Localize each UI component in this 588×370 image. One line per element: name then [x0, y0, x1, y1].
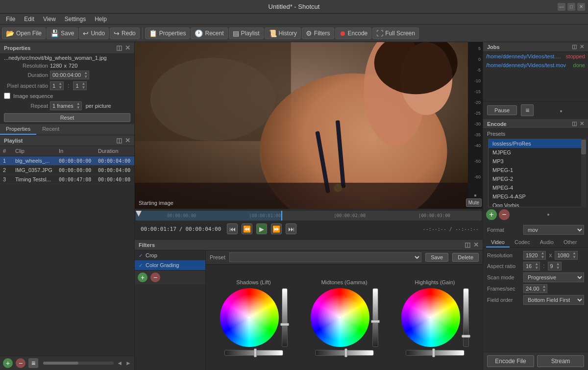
rewind-button[interactable]: ⏪: [242, 223, 252, 234]
preset-lossless-prores[interactable]: lossless/ProRes: [489, 139, 583, 148]
preset-mpeg4-asp[interactable]: MPEG-4-ASP: [489, 192, 583, 201]
tab-properties[interactable]: Properties: [0, 124, 36, 135]
timeline-ruler[interactable]: 00:00:00:00 |00:00:01:00 |00:00:02:00 |0…: [136, 211, 482, 221]
fullscreen-button[interactable]: ⛶ Full Screen: [372, 27, 419, 39]
encode-res-w[interactable]: 1920 ▲ ▼: [523, 251, 546, 260]
encode-button[interactable]: ⏺ Encode: [335, 27, 372, 39]
filter-remove-button[interactable]: −: [150, 272, 160, 282]
shadows-wheel[interactable]: [220, 288, 279, 347]
highlights-bottom-slider[interactable]: [406, 350, 465, 356]
properties-pin-icon[interactable]: ◫: [116, 44, 122, 51]
properties-button[interactable]: 📋 Properties: [145, 27, 190, 39]
presets-scrollbar[interactable]: [581, 139, 586, 207]
goto-end-button[interactable]: ⏭: [286, 223, 296, 234]
pixel-aspect-w-input[interactable]: 1 ▲ ▼: [50, 81, 64, 90]
close-button[interactable]: ✕: [577, 3, 585, 11]
play-button[interactable]: ▶: [256, 223, 267, 234]
playlist-row-2[interactable]: 2 IMG_0357.JPG 00:00:00:00 00:00:04:00: [0, 166, 134, 175]
encode-fps[interactable]: 24.00 ▲ ▼: [523, 284, 547, 293]
midtones-bottom-slider[interactable]: [315, 350, 374, 356]
playlist-pin-icon[interactable]: ◫: [116, 137, 122, 144]
midtones-wheel[interactable]: [311, 288, 369, 347]
preset-mjpeg[interactable]: MJPEG: [489, 148, 583, 157]
playlist-row-1[interactable]: 1 blg_wheels_... 00:00:00:00 00:00:04:00: [0, 156, 134, 166]
redo-button[interactable]: ↪ Redo: [110, 27, 140, 39]
encode-aspect-h[interactable]: 9 ▲ ▼: [548, 262, 562, 271]
mute-button[interactable]: Mute: [466, 198, 482, 207]
fast-forward-button[interactable]: ⏩: [271, 223, 282, 234]
filters-button[interactable]: ⚙ Filters: [302, 27, 334, 39]
goto-start-button[interactable]: ⏮: [227, 223, 238, 234]
midtones-slider[interactable]: [372, 288, 378, 347]
repeat-input[interactable]: 1 frames ▲ ▼: [50, 101, 82, 110]
filters-close-icon[interactable]: ✕: [473, 241, 479, 248]
preset-select[interactable]: [229, 252, 421, 262]
playlist-remove-button[interactable]: −: [16, 358, 25, 368]
reset-button[interactable]: Reset: [4, 113, 130, 122]
filter-add-button[interactable]: +: [138, 272, 147, 282]
tab-codec[interactable]: Codec: [510, 238, 535, 247]
jobs-menu-button[interactable]: ≡: [521, 104, 534, 116]
pixel-aspect-h-input[interactable]: 1 ▲ ▼: [73, 81, 87, 90]
shadows-slider[interactable]: [282, 288, 288, 347]
field-order-select[interactable]: Bottom Field First: [523, 295, 584, 305]
save-button[interactable]: 💾 Save: [47, 27, 78, 39]
encode-aspect-w[interactable]: 16 ▲ ▼: [523, 262, 540, 271]
job-item-2[interactable]: /home/ddennedy/Videos/test.mov done: [483, 61, 588, 70]
scan-mode-select[interactable]: Progressive: [523, 272, 584, 282]
encode-close-icon[interactable]: ✕: [580, 121, 584, 127]
pause-button[interactable]: Pause: [487, 105, 517, 115]
tab-audio[interactable]: Audio: [535, 238, 559, 247]
playlist-menu-button[interactable]: ≡: [28, 358, 38, 368]
presets-list[interactable]: lossless/ProRes MJPEG MP3 MPEG-1 MPEG-2 …: [488, 139, 583, 207]
encode-file-button[interactable]: Encode File: [487, 355, 534, 367]
scroll-right-icon[interactable]: ►: [125, 360, 131, 367]
preset-delete-button[interactable]: Delete: [452, 253, 479, 262]
menu-settings[interactable]: Settings: [61, 15, 90, 24]
playlist-close-icon[interactable]: ✕: [125, 137, 130, 144]
maximize-button[interactable]: □: [567, 3, 575, 11]
filter-color-grading[interactable]: ✓ Color Grading: [135, 260, 205, 270]
preset-ogg-vorbis[interactable]: Ogg Vorbis: [489, 201, 583, 207]
scroll-left-icon[interactable]: ◄: [117, 360, 122, 367]
shadows-bottom-slider[interactable]: [224, 350, 283, 356]
preset-mp3[interactable]: MP3: [489, 157, 583, 166]
job-item-1[interactable]: /home/ddennedy/Videos/test.mov stopped: [483, 52, 588, 61]
playlist-add-button[interactable]: +: [3, 358, 13, 368]
tab-recent[interactable]: Recent: [36, 124, 65, 135]
encode-res-h[interactable]: 1080 ▲ ▼: [555, 251, 577, 260]
preset-remove-button[interactable]: −: [499, 209, 510, 220]
menu-file[interactable]: File: [2, 15, 19, 24]
highlights-slider[interactable]: [463, 288, 469, 347]
playlist-row-3[interactable]: 3 Timing Testsl... 00:00:47:08 00:00:40:…: [0, 175, 134, 184]
tab-video[interactable]: Video: [486, 238, 510, 247]
jobs-pin-icon[interactable]: ◫: [572, 44, 577, 50]
highlights-wheel[interactable]: [401, 288, 460, 347]
preset-save-button[interactable]: Save: [425, 253, 448, 262]
menu-help[interactable]: Help: [91, 15, 111, 24]
playlist-button[interactable]: ▤ Playlist: [229, 27, 264, 39]
duration-input[interactable]: 00:00:04:00 ▲ ▼: [50, 71, 89, 79]
preset-mpeg1[interactable]: MPEG-1: [489, 166, 583, 174]
format-select[interactable]: mov: [523, 225, 584, 235]
minimize-button[interactable]: —: [558, 3, 565, 11]
menu-view[interactable]: View: [39, 15, 60, 24]
menu-edit[interactable]: Edit: [20, 15, 38, 24]
image-sequence-checkbox[interactable]: [4, 93, 10, 99]
preset-mpeg4[interactable]: MPEG-4: [489, 183, 583, 192]
tab-other[interactable]: Other: [559, 238, 582, 247]
open-file-button[interactable]: 📂 Open File: [2, 27, 46, 39]
filters-pin-icon[interactable]: ◫: [465, 241, 470, 248]
stream-button[interactable]: Stream: [537, 355, 584, 367]
preset-mpeg2[interactable]: MPEG-2: [489, 174, 583, 183]
playlist-scrollbar[interactable]: [43, 362, 114, 365]
properties-close-icon[interactable]: ✕: [125, 44, 130, 51]
history-button[interactable]: 📜 History: [265, 27, 301, 39]
filter-crop[interactable]: ✓ Crop: [135, 250, 205, 260]
duration-down[interactable]: ▼: [83, 75, 89, 79]
jobs-close-icon[interactable]: ✕: [580, 44, 584, 50]
recent-button[interactable]: 🕐 Recent: [191, 27, 227, 39]
preset-add-button[interactable]: +: [486, 209, 497, 220]
encode-pin-icon[interactable]: ◫: [572, 121, 577, 127]
undo-button[interactable]: ↩ Undo: [79, 27, 109, 39]
